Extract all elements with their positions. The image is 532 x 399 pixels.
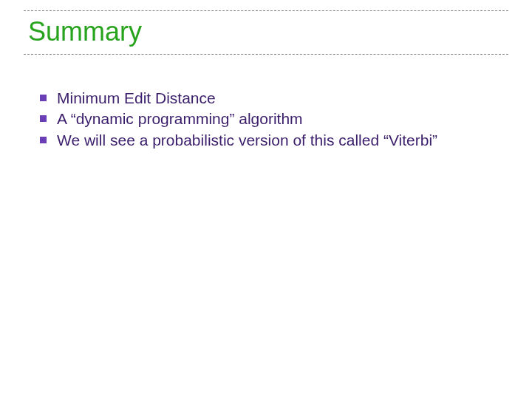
bullet-text: Minimum Edit Distance <box>57 89 491 108</box>
slide: Summary Minimum Edit Distance A “dynamic… <box>0 0 532 399</box>
bullet-icon <box>40 115 47 122</box>
bullet-icon <box>40 95 47 101</box>
bullet-text: A “dynamic programming” algorithm <box>57 109 491 129</box>
list-item: Minimum Edit Distance <box>40 89 491 108</box>
list-item: A “dynamic programming” algorithm <box>40 109 491 129</box>
slide-body: Minimum Edit Distance A “dynamic program… <box>40 87 491 151</box>
bullet-icon <box>40 137 47 143</box>
slide-title: Summary <box>28 17 504 47</box>
bullet-text: We will see a probabilistic version of t… <box>57 131 491 150</box>
list-item: We will see a probabilistic version of t… <box>40 131 491 150</box>
title-container: Summary <box>24 10 508 55</box>
